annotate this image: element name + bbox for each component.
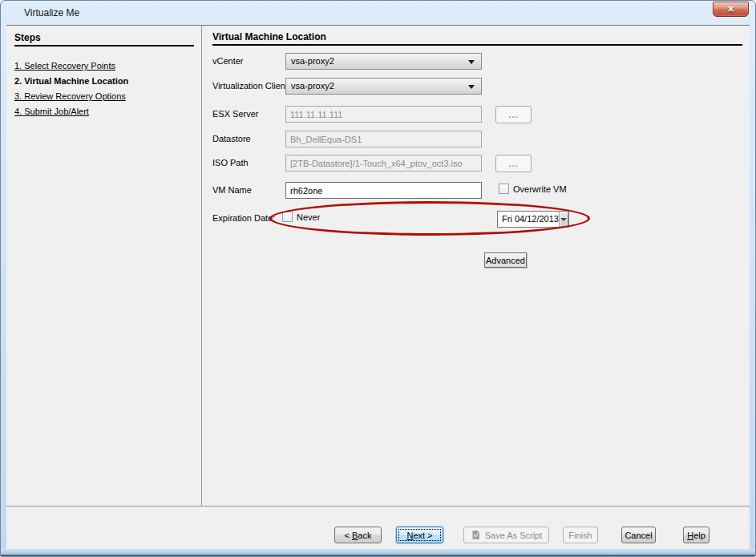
cancel-button[interactable]: Cancel [621, 527, 656, 543]
iso-path-browse-button[interactable]: ... [495, 155, 532, 172]
save-as-script-button: Save As Script [463, 527, 549, 543]
esx-server-field [285, 106, 482, 123]
never-checkbox[interactable] [282, 212, 293, 222]
vm-name-label: VM Name [212, 185, 252, 195]
esx-server-label: ESX Server [212, 109, 258, 119]
chevron-down-icon [468, 60, 475, 64]
never-label: Never [297, 212, 320, 222]
virtual-machine-location-panel: Virtual Machine Location vCenter vsa-pro… [203, 26, 750, 506]
step-select-recovery-points[interactable]: 1. Select Recovery Points [14, 61, 115, 71]
overwrite-vm-label: Overwrite VM [513, 184, 567, 194]
virtualization-client-combobox[interactable]: vsa-proxy2 [285, 78, 482, 95]
panel-title-rule [212, 44, 742, 46]
vcenter-label: vCenter [212, 56, 244, 66]
expiration-date-combobox[interactable]: Fri 04/12/2013 [497, 211, 569, 228]
virtualize-me-window: Virtualize Me ✕ Steps 1. Select Recovery… [0, 0, 756, 557]
footer-button-bar: < Back Next > Save As Script Finish Canc… [6, 506, 750, 549]
titlebar: Virtualize Me ✕ [1, 1, 755, 25]
vm-name-input[interactable] [285, 182, 482, 199]
overwrite-vm-checkbox[interactable] [499, 184, 509, 194]
chevron-down-icon [560, 218, 567, 221]
esx-server-browse-button[interactable]: ... [495, 106, 532, 123]
iso-path-label: ISO Path [212, 158, 249, 168]
close-button[interactable]: ✕ [713, 2, 749, 17]
iso-path-field [285, 155, 482, 172]
step-submit-job-alert[interactable]: 4. Submit Job/Alert [14, 107, 89, 116]
virtualization-client-value: vsa-proxy2 [291, 81, 334, 91]
save-as-script-icon [471, 530, 481, 540]
advanced-button[interactable]: Advanced [484, 252, 527, 268]
steps-panel: Steps 1. Select Recovery Points 2. Virtu… [6, 26, 202, 506]
steps-header: Steps [14, 32, 41, 43]
never-group[interactable]: Never [282, 212, 320, 222]
back-button[interactable]: < Back [334, 527, 382, 543]
panel-title: Virtual Machine Location [212, 31, 326, 42]
finish-button: Finish [563, 527, 598, 543]
window-bottom-frame [1, 549, 755, 556]
next-button[interactable]: Next > [396, 527, 443, 543]
date-dropdown-button[interactable] [559, 212, 568, 227]
datastore-field [285, 131, 482, 147]
save-as-script-label: Save As Script [485, 531, 543, 540]
virtualization-client-label: Virtualization Client [212, 81, 288, 91]
help-button[interactable]: Help [683, 527, 710, 543]
step-virtual-machine-location: 2. Virtual Machine Location [14, 76, 128, 86]
step-review-recovery-options[interactable]: 3. Review Recovery Options [14, 91, 126, 101]
close-icon: ✕ [727, 5, 734, 14]
datastore-label: Datastore [212, 134, 251, 143]
chevron-down-icon [468, 85, 475, 89]
overwrite-vm-group[interactable]: Overwrite VM [499, 184, 567, 194]
client-area: Steps 1. Select Recovery Points 2. Virtu… [6, 25, 750, 549]
vcenter-combobox[interactable]: vsa-proxy2 [285, 53, 482, 70]
steps-rule [14, 45, 194, 46]
expiration-date-label: Expiration Date: [212, 213, 275, 223]
vcenter-value: vsa-proxy2 [291, 56, 334, 66]
expiration-date-value: Fri 04/12/2013 [498, 212, 559, 227]
window-title: Virtualize Me [24, 1, 79, 25]
